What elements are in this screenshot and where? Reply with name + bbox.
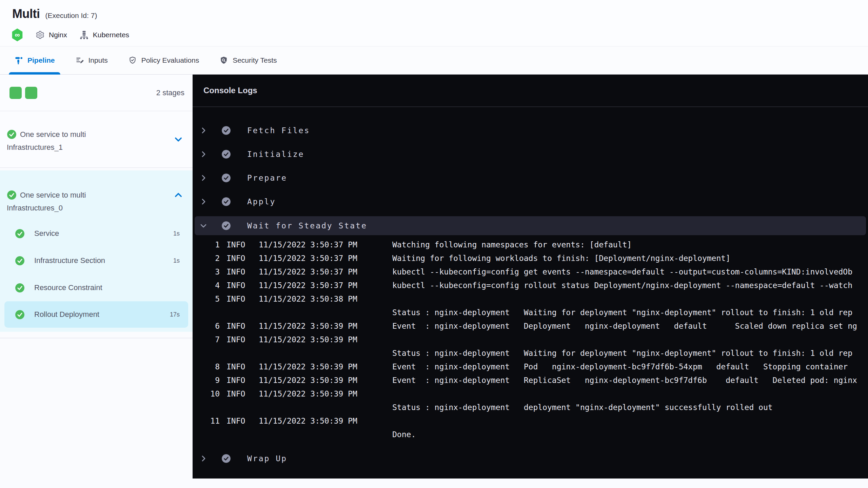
inputs-icon	[75, 56, 84, 65]
console-panel: Console Logs Fetch Files Initialize Prep…	[193, 75, 868, 479]
log-timestamp	[259, 401, 371, 414]
log-level	[226, 346, 254, 360]
log-message: Watching following namespaces for events…	[392, 238, 868, 251]
service-label: Nginx	[49, 31, 67, 39]
console-step-row[interactable]: Initialize	[193, 142, 868, 166]
console-steps-top: Fetch Files Initialize Prepare Apply	[193, 119, 868, 214]
gear-icon	[35, 30, 45, 40]
log-row: 1 INFO 11/15/2022 3:50:37 PM Watching fo…	[193, 238, 868, 251]
log-row: Done.	[193, 428, 868, 441]
log-message: Done.	[392, 428, 868, 441]
log-row: Status : nginx-deployment Waiting for de…	[193, 346, 868, 360]
console-step-label: Apply	[247, 197, 276, 206]
log-level: INFO	[226, 373, 254, 387]
console-step-row[interactable]: Prepare	[193, 166, 868, 190]
log-level: INFO	[226, 387, 254, 401]
log-line-number: 2	[201, 251, 220, 265]
stage-step-row[interactable]: Resource Constraint	[0, 274, 193, 301]
log-message: kubectl --kubeconfig=config rollout stat…	[392, 279, 868, 292]
harness-cd-icon: ∞	[12, 28, 23, 41]
log-row: 10 INFO 11/15/2022 3:50:39 PM	[193, 387, 868, 401]
success-check-icon	[221, 197, 231, 207]
success-check-icon	[7, 190, 17, 200]
log-row: 4 INFO 11/15/2022 3:50:37 PM kubectl --k…	[193, 279, 868, 292]
log-message: Event : nginx-deployment Deployment ngin…	[392, 319, 868, 333]
console-step-label: Initialize	[247, 150, 304, 159]
log-row: 9 INFO 11/15/2022 3:50:39 PM Event : ngi…	[193, 373, 868, 387]
security-shield-search-icon	[219, 56, 228, 65]
step-label: Infrastructure Section	[34, 256, 105, 265]
stage-step-row[interactable]: Rollout Deployment 17s	[4, 301, 188, 328]
stage-row-infrastructures-1[interactable]: One service to multi Infrastructures_1	[0, 111, 193, 168]
console-header: Console Logs	[193, 75, 868, 107]
chevron-up-icon[interactable]	[174, 190, 183, 200]
success-check-icon	[221, 453, 231, 464]
console-step-row[interactable]: Fetch Files	[193, 119, 868, 142]
log-message	[392, 333, 868, 346]
page-header: Multi (Execution Id: 7) ∞ Nginx Kubernet…	[0, 0, 868, 75]
log-line-number: 7	[201, 333, 220, 346]
log-level: INFO	[226, 292, 254, 306]
stages-summary-row: 2 stages	[0, 75, 193, 111]
stage-step-row[interactable]: Service 1s	[0, 220, 193, 247]
console-step-row-expanded[interactable]: Wait for Steady State	[195, 216, 866, 235]
log-timestamp: 11/15/2022 3:50:39 PM	[259, 373, 371, 387]
log-timestamp: 11/15/2022 3:50:37 PM	[259, 279, 371, 292]
success-check-icon	[7, 129, 17, 139]
console-step-row[interactable]: Wrap Up	[193, 447, 868, 470]
log-timestamp: 11/15/2022 3:50:39 PM	[259, 387, 371, 401]
log-line-number: 11	[201, 414, 220, 428]
tab-label: Pipeline	[27, 56, 55, 64]
log-level: INFO	[226, 279, 254, 292]
success-check-icon	[221, 221, 231, 231]
log-message	[392, 292, 868, 306]
log-row: 2 INFO 11/15/2022 3:50:37 PM Waiting for…	[193, 251, 868, 265]
execution-id: (Execution Id: 7)	[45, 12, 97, 20]
stage-step-row[interactable]: Infrastructure Section 1s	[0, 247, 193, 274]
chevron-right-icon[interactable]	[199, 454, 208, 463]
console-step-row[interactable]: Apply	[193, 190, 868, 214]
chevron-right-icon[interactable]	[199, 126, 208, 135]
tab-inputs[interactable]: Inputs	[75, 46, 108, 74]
tab-security-tests[interactable]: Security Tests	[219, 46, 277, 74]
log-line-number: 4	[201, 279, 220, 292]
log-timestamp: 11/15/2022 3:50:37 PM	[259, 265, 371, 279]
stage-status-squares[interactable]	[9, 87, 37, 99]
log-line-number: 6	[201, 319, 220, 333]
log-timestamp: 11/15/2022 3:50:39 PM	[259, 333, 371, 346]
infrastructure-label: Kubernetes	[93, 31, 129, 39]
log-level: INFO	[226, 360, 254, 373]
log-level: INFO	[226, 319, 254, 333]
tab-policy-evaluations[interactable]: Policy Evaluations	[128, 46, 199, 74]
success-check-icon	[15, 229, 25, 239]
success-check-icon	[15, 310, 25, 320]
stage-square-success[interactable]	[25, 87, 37, 99]
log-timestamp	[259, 428, 371, 441]
log-line-number	[201, 306, 220, 319]
chevron-down-icon[interactable]	[199, 222, 208, 230]
sidebar-divider	[0, 338, 193, 338]
success-check-icon	[221, 149, 231, 159]
log-lines: 1 INFO 11/15/2022 3:50:37 PM Watching fo…	[193, 238, 868, 441]
chevron-down-icon[interactable]	[174, 135, 183, 144]
log-message: Status : nginx-deployment deployment "ng…	[392, 401, 868, 414]
stage-square-success[interactable]	[9, 87, 22, 99]
step-duration: 1s	[173, 230, 180, 237]
chevron-right-icon[interactable]	[199, 150, 208, 158]
console-step-label: Prepare	[247, 174, 287, 182]
stage-title: One service to multi Infrastructures_0	[7, 189, 132, 215]
stage-block-infrastructures-0: One service to multi Infrastructures_0 S…	[0, 170, 193, 332]
chevron-right-icon[interactable]	[199, 174, 208, 182]
log-row: 11 INFO 11/15/2022 3:50:39 PM	[193, 414, 868, 428]
step-duration: 1s	[173, 257, 180, 264]
tab-pipeline[interactable]: Pipeline	[14, 46, 55, 74]
log-level: INFO	[226, 238, 254, 251]
chevron-right-icon[interactable]	[199, 198, 208, 206]
log-line-number: 5	[201, 292, 220, 306]
log-level: INFO	[226, 333, 254, 346]
stage-row-infrastructures-0[interactable]: One service to multi Infrastructures_0	[0, 170, 193, 220]
log-level: INFO	[226, 414, 254, 428]
success-check-icon	[15, 283, 25, 293]
log-level: INFO	[226, 251, 254, 265]
log-timestamp: 11/15/2022 3:50:39 PM	[259, 414, 371, 428]
